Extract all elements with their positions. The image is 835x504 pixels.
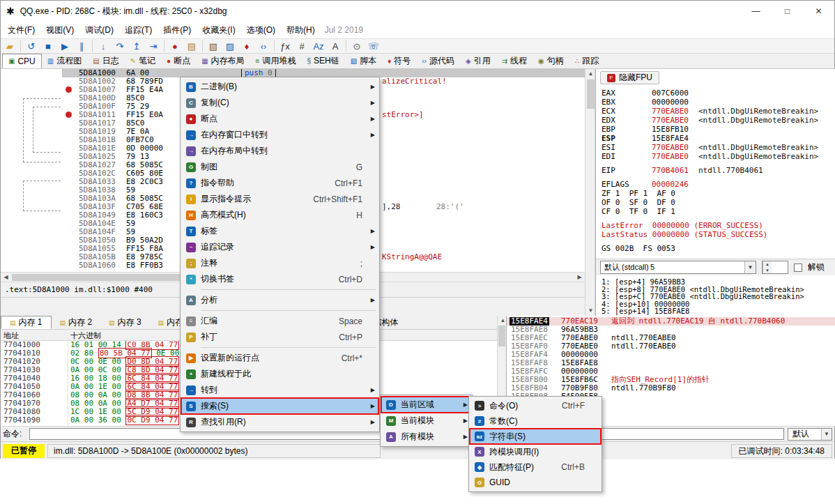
register-line[interactable]: EBX00000000 [602,98,833,107]
scroll-left-icon[interactable]: ◀ [1,273,11,282]
source-tab[interactable]: ‹›源代码 [416,54,460,68]
stack-row[interactable]: 15E8FAF0770EABE0ntdll.770EABE0 [507,342,835,351]
register-value[interactable]: 770EABE0 [652,116,689,125]
menu-item[interactable]: GGUID [470,475,601,490]
settings-icon[interactable]: ⊙ [351,41,363,52]
symbols-tab[interactable]: ♦符号 [382,54,416,68]
fx-icon[interactable]: ƒx [279,41,291,52]
log-icon[interactable]: ▧ [207,41,220,52]
register-line[interactable]: ZF 1 PF 1 AF 0 [602,189,833,198]
register-line[interactable]: ESP15E8FAE4 [602,134,833,143]
menu-item[interactable]: ◆匹配特征(P)Ctrl+B [470,459,601,475]
stack-row[interactable]: 15E8FAE4770EAC19返回到 ntdll.770EAC19 自 ntd… [507,317,835,326]
menu-item[interactable]: M当前模块▶ [381,413,471,429]
scrollbar-thumb[interactable] [498,326,505,346]
breakpoints-tab[interactable]: ●断点 [161,54,196,68]
hide-fpu-button[interactable]: F 隐藏FPU [600,71,659,84]
register-line[interactable]: LastStatus 00000000 (STATUS_SUCCESS) [602,230,833,239]
log-tab[interactable]: ▤日志 [87,54,124,68]
register-line[interactable]: LastError 00000000 (ERROR_SUCCESS) [602,221,833,230]
menu-item[interactable]: R查找引用(R)▶ [181,414,378,430]
handles-tab[interactable]: ◉句柄 [533,54,569,68]
menu-item[interactable]: #常数(C) [470,413,601,429]
argument-count-stepper[interactable]: 5 ▲▼ [762,261,788,274]
notes-tab[interactable]: ✎笔记 [125,54,161,68]
register-line[interactable]: EDX770EABE0<ntdll.DbgUiRemoteBreakin> [602,116,833,125]
register-value[interactable]: 770EABE0 [652,107,689,116]
menu-item[interactable]: X跨模块调用(I) [470,444,601,459]
register-value[interactable]: 15E8FAE4 [652,134,689,143]
register-line[interactable]: EDI770EABE0<ntdll.DbgUiRemoteBreakin> [602,152,833,161]
step-out-icon[interactable]: ↥ [130,41,143,52]
menubar-item[interactable]: 帮助(H) [281,23,321,37]
dump-tab[interactable]: ▤内存 2 [52,316,101,329]
menu-item[interactable]: *切换书签Ctrl+D [181,271,378,287]
font-icon[interactable]: A [329,41,342,52]
stack-row[interactable]: 15E8FAF400000000 [507,351,835,359]
menu-item[interactable]: ≡汇编Space [181,313,378,329]
register-value[interactable]: 15E8FB10 [652,125,689,134]
search-menu-item[interactable]: S搜索(S)▶ [181,398,378,414]
memory-map-tab[interactable]: ▦内存布局 [196,54,250,68]
register-line[interactable]: EAX007C6000 [602,89,833,98]
run-to-cursor-icon[interactable]: ⇥ [147,41,160,52]
menu-item[interactable]: C复制(C)▶ [181,95,378,111]
call-stack-tab[interactable]: ≡调用堆栈 [250,54,302,68]
scrollbar-thumb[interactable] [587,79,595,109]
menu-item[interactable]: ●断点▶ [181,111,378,127]
threads-tab[interactable]: ⇉线程 [496,54,533,68]
references-tab[interactable]: ◈引用 [460,54,496,68]
memory-map-icon[interactable]: ▤ [185,41,198,52]
phone-icon[interactable]: ☏ [367,41,380,52]
menubar-item[interactable]: 插件(P) [158,23,197,37]
menu-item[interactable]: A分析▶ [181,292,378,308]
register-value[interactable]: 770EABE0 [652,152,689,161]
menu-item[interactable]: ?指令帮助Ctrl+F1 [181,175,378,191]
dump-tab[interactable]: ▤内存 1 [1,316,52,329]
open-file-icon[interactable]: ▰ [3,41,16,52]
menubar-item[interactable]: 收藏夹(I) [197,23,240,37]
run-icon[interactable]: ▶ [59,41,71,52]
menu-item[interactable]: +新建线程于此 [181,366,378,382]
register-line[interactable]: EIP770B4061ntdll.770B4061 [602,166,833,175]
script-icon[interactable]: ▨ [224,41,236,52]
menu-item[interactable]: T标签▶ [181,223,378,239]
hash-icon[interactable]: # [296,41,308,52]
register-line[interactable]: EFLAGS00000246 [602,180,833,189]
register-line[interactable]: OF 0 SF 0 DF 0 [602,198,833,207]
source-icon[interactable]: ‹› [257,41,270,52]
menubar-item[interactable]: 调试(D) [79,23,119,37]
breakpoints-icon[interactable]: ● [169,41,181,52]
menu-item[interactable]: i显示指令提示Ctrl+Shift+F1 [181,191,378,207]
seh-chain-tab[interactable]: §SEH链 [301,54,344,68]
stack-argument-row[interactable]: 1: [esp+4] 96A59BB3 [602,278,833,286]
register-line[interactable]: GS 002B FS 0053 [602,244,833,253]
chevron-down-icon[interactable]: ▼ [744,261,756,273]
spin-up-icon[interactable]: ▲ [763,261,772,268]
menu-item[interactable]: >命令(O)Ctrl+F [470,398,601,413]
scroll-right-icon[interactable]: ▶ [574,273,585,282]
register-value[interactable]: 00000246 [652,180,689,189]
stop-icon[interactable]: ■ [42,41,54,52]
register-value[interactable]: 770B4061 [652,166,689,175]
spin-down-icon[interactable]: ▼ [763,268,772,274]
cpu-tab[interactable]: ▣CPU [2,54,42,68]
minimize-button[interactable]: — [740,1,772,22]
menu-item[interactable]: A所有模块▶ [381,429,471,445]
stack-row[interactable]: 15E8FB04770B9F80ntdll.770B9F80 [507,384,835,392]
menu-item[interactable]: →转到▶ [181,382,378,398]
graph-tab[interactable]: ▥流程图 [42,54,87,68]
command-profile-select[interactable]: 默认 ▼ [788,428,832,441]
unlock-checkbox[interactable] [794,264,802,272]
menu-item[interactable]: H高亮模式(H)H [181,207,378,223]
register-value[interactable]: 00000000 [652,98,689,107]
scroll-up-icon[interactable]: ▲ [585,69,596,79]
menubar-item[interactable]: 文件(F) [2,23,40,37]
dump-tab[interactable]: ▤内存 3 [100,316,150,329]
menu-item[interactable]: ~追踪记录▶ [181,239,378,255]
chevron-down-icon[interactable]: ▼ [821,429,832,440]
register-line[interactable]: ESI770EABE0<ntdll.DbgUiRemoteBreakin> [602,143,833,152]
close-button[interactable]: ✕ [803,1,834,22]
stack-row[interactable]: 15E8FAF815E8FAE8 [507,359,835,367]
restart-icon[interactable]: ↺ [25,41,38,52]
